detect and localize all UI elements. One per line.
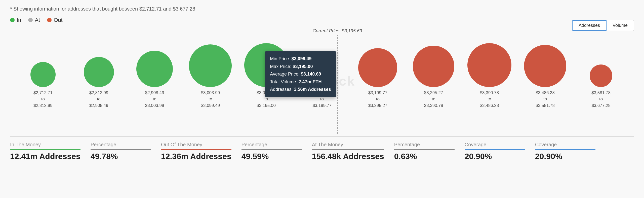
bubble-label-8: $3,390.78to$3,486.28 [480, 90, 499, 109]
legend-at-label: At [35, 17, 40, 23]
out-the-money-dot [47, 18, 52, 22]
bubble-2[interactable] [136, 51, 173, 87]
stat-label-0: In The Money [10, 142, 80, 150]
stat-group-0: In The Money12.41m Addresses [10, 142, 91, 161]
bubble-col-7: $3,295.27to$3,390.78 [406, 46, 462, 109]
stat-coverage-label: Coverage [465, 142, 525, 150]
bubble-label-9: $3,486.28to$3,581.78 [536, 90, 555, 109]
bubble-6[interactable] [358, 48, 397, 87]
bubble-label-1: $2,812.99to$2,908.49 [89, 90, 108, 109]
bubble-label-6: $3,199.77to$3,295.27 [368, 90, 387, 109]
stat-coverage-group: Coverage20.90% [465, 142, 535, 161]
legend-in-label: In [17, 17, 21, 23]
bubble-4[interactable] [244, 43, 288, 87]
bubble-label-7: $3,295.27to$3,390.78 [424, 90, 443, 109]
stat-pct-label-0: Percentage [91, 142, 151, 150]
stat-group-2: At The Money156.48k Addresses [312, 142, 394, 161]
legend-in: In [10, 17, 21, 23]
current-price-label: Current Price: $3,195.69 [313, 28, 362, 34]
legend-out-label: Out [54, 17, 62, 23]
bubble-label-3: $3,003.99to$3,099.49 [201, 90, 220, 109]
in-the-money-dot [10, 18, 15, 22]
bubble-1[interactable] [84, 57, 114, 87]
stat-value-2: 156.48k Addresses [312, 152, 384, 161]
bubble-col-8: $3,390.78to$3,486.28 [462, 43, 517, 109]
legend-at: At [28, 17, 40, 23]
price-dashed-line [337, 35, 338, 134]
bubble-col-0: $2,712.71to$2,812.99 [15, 62, 71, 109]
stat-label-2: At The Money [312, 142, 384, 150]
stats-row: In The Money12.41m AddressesPercentage49… [10, 142, 634, 161]
stat-group-3: Coverage20.90% [535, 142, 606, 161]
stat-value-0: 12.41m Addresses [10, 152, 80, 161]
section-divider [10, 136, 634, 137]
legend: In At Out [10, 17, 634, 23]
bubble-col-2: $2,908.49to$3,003.99 [127, 51, 183, 109]
stat-value-1: 12.36m Addresses [161, 152, 231, 161]
bubble-col-10: $3,581.78to$3,677.28 [573, 64, 629, 109]
bubble-col-3: $3,003.99to$3,099.49 [182, 44, 238, 109]
main-container: * Showing information for addresses that… [0, 0, 644, 167]
bubble-col-9: $3,486.28to$3,581.78 [517, 45, 573, 109]
stat-pct-group-2: Percentage0.63% [394, 142, 465, 161]
bubble-col-1: $2,812.99to$2,908.49 [71, 57, 127, 109]
stat-pct-value-1: 49.59% [242, 152, 302, 161]
bubble-label-0: $2,712.71to$2,812.99 [33, 90, 53, 109]
chart-wrapper: TheBlock Current Price: $3,195.69 Min Pr… [10, 28, 634, 134]
info-text: * Showing information for addresses that… [10, 6, 634, 12]
bubble-col-4: $3,099.49to$3,195.00 [238, 43, 294, 109]
bubble-8[interactable] [467, 43, 511, 87]
bubble-label-10: $3,581.78to$3,677.28 [591, 90, 611, 109]
stat-pct-group-0: Percentage49.78% [91, 142, 161, 161]
chart-area: TheBlock Current Price: $3,195.69 Min Pr… [10, 28, 634, 134]
legend-out: Out [47, 17, 62, 23]
at-the-money-dot [28, 18, 33, 22]
stat-pct-label-2: Percentage [394, 142, 455, 150]
bubble-10[interactable] [590, 64, 612, 87]
stat-pct-label-1: Percentage [242, 142, 302, 150]
stat-pct-group-1: Percentage49.59% [242, 142, 312, 161]
stat-pct-value-2: 0.63% [394, 152, 455, 161]
stat-value-3: 20.90% [535, 152, 595, 161]
bubble-3[interactable] [189, 44, 232, 87]
stat-group-1: Out Of The Money12.36m Addresses [161, 142, 242, 161]
bubble-0[interactable] [30, 62, 56, 87]
stat-label-1: Out Of The Money [161, 142, 231, 150]
bubble-label-4: $3,099.49to$3,195.00 [257, 90, 276, 109]
stat-label-3: Coverage [535, 142, 595, 150]
current-price-line: Current Price: $3,195.69 [313, 28, 362, 134]
stat-coverage-value: 20.90% [465, 152, 525, 161]
stat-pct-value-0: 49.78% [91, 152, 151, 161]
bubble-label-2: $2,908.49to$3,003.99 [145, 90, 164, 109]
bubble-9[interactable] [524, 45, 566, 87]
bubble-7[interactable] [413, 46, 454, 87]
